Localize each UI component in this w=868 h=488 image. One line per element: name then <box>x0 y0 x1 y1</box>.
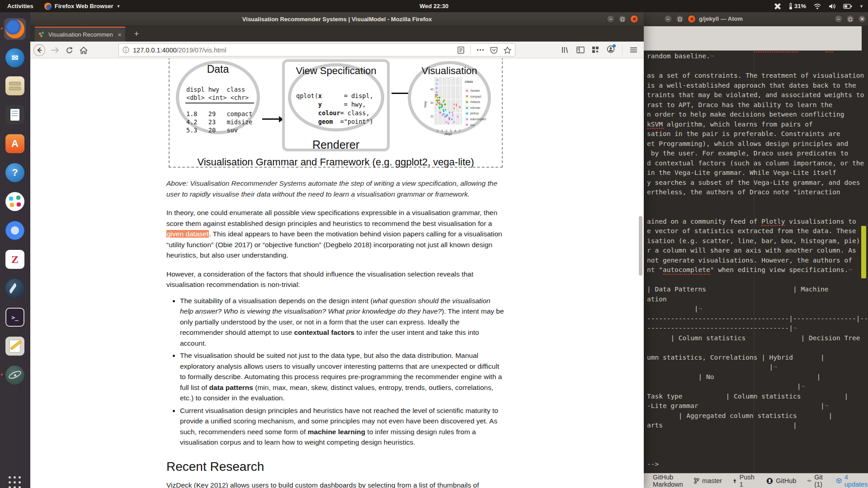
tab-close-icon[interactable]: × <box>118 31 122 38</box>
reader-mode-icon[interactable] <box>458 47 464 54</box>
back-button[interactable] <box>33 44 46 56</box>
home-button[interactable] <box>77 44 90 56</box>
pocket-icon[interactable] <box>490 47 498 54</box>
thunderbird-icon: ✉ <box>5 48 24 67</box>
arrow-right-icon <box>262 118 279 120</box>
tray-chevron-icon: ▼ <box>859 4 863 9</box>
notification-dot <box>613 44 616 47</box>
x-tick-label: 3 <box>441 126 443 136</box>
paragraph: In theory, one could enumerate all possi… <box>166 207 504 261</box>
minimize-button[interactable]: – <box>664 15 672 23</box>
new-tab-button[interactable]: + <box>131 28 142 40</box>
clock[interactable]: Wed 22:30 <box>0 3 868 9</box>
x-tick-label: 5 <box>450 126 452 136</box>
git-branch-status[interactable]: master <box>694 477 722 484</box>
grammar-selector[interactable]: GitHub Markdown <box>653 474 683 488</box>
dock-ubuntu-software-icon[interactable]: A <box>4 133 26 155</box>
tab-title: Visualisation Recommen <box>48 31 114 38</box>
wifi-icon[interactable] <box>813 3 821 9</box>
dock-thunderbird-icon[interactable]: ✉ <box>4 47 26 69</box>
atom-tab-strip <box>644 26 862 51</box>
arrow-up-icon <box>733 478 737 484</box>
close-button[interactable]: ✕ <box>858 15 866 23</box>
ggplot-scatter: hwy displ class 2seatercompactmidsizemin… <box>420 75 491 132</box>
page-actions-icon[interactable] <box>476 49 484 51</box>
git-push-status[interactable]: Push 1 <box>733 474 755 488</box>
atom-window: – ◻ ✕ g/jekyll — Atom – ◻ ✕ random basel… <box>644 12 868 488</box>
firefox-window-title: Visualisation Recommender Systems | Visu… <box>242 16 432 23</box>
show-applications-button[interactable] <box>7 474 23 488</box>
separator <box>622 46 623 55</box>
close-button[interactable]: ✕ <box>630 15 638 23</box>
dock-quill-app-icon[interactable] <box>4 277 26 299</box>
site-info-icon[interactable] <box>123 47 129 53</box>
github-panel-button[interactable]: GitHub <box>766 477 796 484</box>
updates-button[interactable]: 4 updates <box>836 474 868 488</box>
tab-visualisation-recommender[interactable]: Visualisation Recommen × <box>35 27 125 42</box>
dock-help-icon[interactable]: ? <box>4 162 26 183</box>
account-button[interactable] <box>607 45 615 55</box>
view-spec-label: View Specification <box>288 65 384 77</box>
hamburger-menu-icon[interactable] <box>630 47 637 53</box>
dock-zotero-icon[interactable]: Z <box>4 249 26 270</box>
spellcheck-underline <box>826 52 833 52</box>
minimize-button[interactable]: – <box>835 15 843 23</box>
grid-plus-icon[interactable] <box>592 46 599 54</box>
data-table: displ hwy class <dbl> <int> <chr> 1.8 29… <box>186 85 252 134</box>
firefox-icon <box>5 19 24 38</box>
firefox-scrollbar-thumb[interactable] <box>639 216 642 276</box>
data-label: Data <box>176 64 260 75</box>
article: Data displ hwy class <dbl> <int> <chr> 1… <box>166 58 504 488</box>
bookmark-star-icon[interactable] <box>504 47 511 54</box>
legend-item: subcompact <box>465 116 486 122</box>
screenshot-tool-icon[interactable] <box>774 3 781 10</box>
battery-icon[interactable] <box>843 4 852 9</box>
atom-status-bar: GitHub Markdown master Push 1 GitHub Git… <box>644 473 868 488</box>
dock-notes-app-icon[interactable] <box>4 335 26 357</box>
dock-chromium-icon[interactable] <box>4 220 26 241</box>
close-button[interactable]: ✕ <box>688 15 696 23</box>
forward-button[interactable] <box>48 44 61 56</box>
url-text[interactable]: 127.0.0.1:4000/2019/07/vis.html <box>133 47 454 54</box>
reload-button[interactable] <box>63 44 75 56</box>
dock-document-app-icon[interactable] <box>4 104 26 126</box>
volume-icon[interactable] <box>829 3 836 9</box>
maximize-button[interactable]: ◻ <box>846 15 854 23</box>
github-icon <box>766 478 773 484</box>
firefox-window: Visualisation Recommender Systems | Visu… <box>30 12 644 488</box>
temperature-indicator[interactable]: 31% <box>788 3 806 10</box>
diagram-caption: Visualisation Grammar and Framework (e.g… <box>169 157 503 168</box>
git-changes-button[interactable]: Git (1) <box>807 474 826 488</box>
terminal-icon: >_ <box>5 308 24 327</box>
sidebar-icon[interactable] <box>576 47 585 53</box>
maximize-button[interactable]: ◻ <box>618 15 627 23</box>
atom-text-buffer[interactable]: random baseline.¬ as a set of constraint… <box>647 52 868 469</box>
x-tick-label: 4 <box>446 126 448 136</box>
dock-atom-icon[interactable] <box>4 364 26 386</box>
dock-files-icon[interactable] <box>4 75 26 97</box>
y-axis-label: hwy <box>420 101 431 108</box>
list-item: Current visualisation design principles … <box>180 405 504 448</box>
atom-titlebar[interactable]: – ◻ ✕ g/jekyll — Atom – ◻ ✕ <box>644 12 868 26</box>
dock-firefox-icon[interactable] <box>4 18 26 40</box>
recommender-diagram: Data displ hwy class <dbl> <int> <chr> 1… <box>166 58 504 170</box>
url-bar[interactable]: 127.0.0.1:4000/2019/07/vis.html <box>118 43 515 56</box>
page-content[interactable]: Data displ hwy class <dbl> <int> <chr> 1… <box>30 58 644 488</box>
navigation-toolbar: 127.0.0.1:4000/2019/07/vis.html <box>30 42 644 58</box>
slack-icon <box>5 192 24 211</box>
tab-favicon <box>38 32 45 38</box>
y-tick-label: 40 <box>430 84 434 95</box>
firefox-titlebar[interactable]: Visualisation Recommender Systems | Visu… <box>30 12 644 26</box>
maximize-button[interactable]: ◻ <box>676 15 684 23</box>
x-tick-label: 7 <box>459 126 461 136</box>
dock-slack-icon[interactable] <box>4 191 26 212</box>
system-tray[interactable]: 31% ▼ <box>774 0 863 12</box>
list-item: The visualisation should be suited not j… <box>180 350 504 404</box>
atom-scrollbar-thumb[interactable] <box>861 226 866 278</box>
library-icon[interactable] <box>561 46 569 54</box>
section-heading: Recent Research <box>166 461 504 472</box>
dock-terminal-icon[interactable]: >_ <box>4 306 26 328</box>
atom-editor-pane[interactable]: random baseline.¬ as a set of constraint… <box>644 51 868 473</box>
list-item: The suitability of a visualisation depen… <box>180 296 504 349</box>
minimize-button[interactable]: – <box>607 15 615 23</box>
